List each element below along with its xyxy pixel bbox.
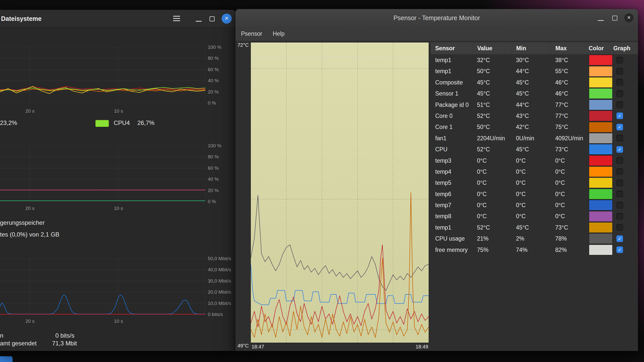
graph-checkbox[interactable]: ✓	[616, 146, 623, 153]
sensor-row[interactable]: free memory75%74%82%✓	[431, 244, 638, 255]
sensor-row[interactable]: CPU52°C45°C73°C✓	[431, 144, 638, 155]
axis-tick-label: 40,0 Mbit/s	[208, 267, 231, 273]
psensor-window-title: Psensor - Temperature Monitor	[235, 9, 638, 27]
minimize-icon[interactable]	[196, 21, 202, 22]
graph-checkbox[interactable]: ✓	[616, 112, 623, 119]
color-swatch	[589, 155, 613, 166]
temperature-max-label: 72°C	[237, 42, 249, 48]
memory-x-tick-20s: 20 s	[21, 206, 39, 211]
menu-help[interactable]: Help	[273, 27, 285, 41]
graph-checkbox[interactable]	[616, 202, 623, 209]
sensor-row[interactable]: CPU usage21%2%78%✓	[431, 233, 638, 244]
sensor-row[interactable]: temp132°C30°C38°C	[431, 55, 638, 66]
graph-checkbox[interactable]	[616, 179, 623, 186]
network-sent-value: 71,3 Mbit	[52, 340, 77, 347]
memory-y-axis: 100 %80 %60 %40 %20 %0 %	[208, 146, 235, 202]
time-end-label: 18:49	[416, 344, 428, 350]
cell-sensor: temp1	[431, 55, 472, 66]
close-icon[interactable]: ✕	[624, 13, 633, 22]
sensor-row[interactable]: temp40°C0°C0°C	[431, 166, 638, 177]
graph-checkbox[interactable]: ✓	[616, 235, 623, 242]
graph-checkbox[interactable]	[616, 135, 623, 142]
column-header-value[interactable]: Value	[472, 42, 511, 54]
cell-color	[588, 77, 613, 88]
graph-checkbox[interactable]	[616, 157, 623, 164]
sensor-row[interactable]: Core 052°C43°C77°C✓	[431, 110, 638, 121]
temperature-min-label: 49°C	[237, 343, 249, 349]
axis-tick-label: 40 %	[208, 78, 219, 83]
graph-checkbox[interactable]: ✓	[616, 246, 623, 253]
sensor-row[interactable]: Composite45°C45°C46°C	[431, 77, 638, 88]
graph-checkbox[interactable]	[616, 224, 623, 231]
cpu-x-tick-20s: 20 s	[21, 108, 39, 114]
sensor-row[interactable]: Package id 051°C44°C77°C	[431, 99, 638, 110]
cell-max: 0°C	[551, 166, 588, 177]
graph-checkbox[interactable]	[616, 57, 623, 64]
hamburger-menu-icon[interactable]	[173, 16, 180, 17]
graph-checkbox[interactable]	[616, 191, 623, 197]
menu-psensor[interactable]: Psensor	[241, 27, 262, 41]
cell-value: 2204U/min	[472, 133, 511, 144]
color-swatch	[589, 222, 613, 233]
cell-min: 43°C	[511, 110, 551, 121]
sensor-row[interactable]: temp30°C0°C0°C	[431, 155, 638, 166]
swap-usage-fragment: tes (0,0%) von 2,1 GB	[0, 231, 59, 238]
column-header-sensor[interactable]: Sensor	[431, 42, 472, 54]
cell-value: 0°C	[472, 189, 511, 200]
graph-checkbox[interactable]	[616, 90, 623, 97]
color-swatch	[589, 55, 613, 65]
cell-color	[588, 200, 613, 211]
sensor-row[interactable]: temp152°C45°C73°C	[431, 222, 638, 233]
cell-color	[588, 144, 613, 155]
cell-color	[588, 121, 613, 132]
graph-checkbox[interactable]	[616, 68, 623, 75]
graph-checkbox[interactable]	[616, 168, 623, 175]
cell-graph: ✓	[613, 144, 638, 155]
cell-sensor: temp3	[431, 155, 472, 166]
cell-min: 74%	[511, 244, 551, 255]
cell-min: 2%	[511, 233, 551, 244]
graph-checkbox[interactable]: ✓	[616, 124, 623, 130]
cell-max: 0°C	[551, 155, 588, 166]
sensor-row[interactable]: temp70°C0°C0°C	[431, 200, 638, 211]
cell-sensor: temp8	[431, 211, 472, 222]
cell-color	[588, 189, 613, 200]
maximize-icon[interactable]	[210, 16, 215, 21]
sensor-row[interactable]: temp80°C0°C0°C	[431, 211, 638, 222]
cell-graph	[613, 88, 638, 99]
sensor-row[interactable]: temp50°C0°C0°C	[431, 177, 638, 188]
sensor-table-header: Sensor Value Min Max Color Graph	[431, 42, 638, 55]
cell-graph: ✓	[613, 244, 638, 255]
color-swatch	[589, 166, 613, 177]
color-swatch	[589, 177, 613, 188]
close-icon[interactable]: ✕	[222, 14, 232, 24]
minimize-icon[interactable]	[598, 20, 604, 21]
cell-min: 0°C	[511, 200, 551, 211]
maximize-icon[interactable]	[612, 16, 617, 21]
cell-graph	[613, 99, 638, 110]
sensor-row[interactable]: fan12204U/min0U/min4092U/min	[431, 133, 638, 144]
axis-tick-label: 20,0 Mbit/s	[208, 289, 231, 295]
column-header-min[interactable]: Min	[511, 42, 551, 54]
graph-checkbox[interactable]	[616, 101, 623, 108]
sensor-row[interactable]: Sensor 145°C45°C46°C	[431, 88, 638, 99]
cell-max: 77°C	[551, 99, 588, 110]
network-y-axis: 50,0 Mbit/s40,0 Mbit/s30,0 Mbit/s20,0 Mb…	[208, 259, 235, 314]
sensor-row[interactable]: Core 150°C42°C75°C✓	[431, 121, 638, 132]
dock-item[interactable]	[0, 356, 13, 362]
graph-checkbox[interactable]	[616, 213, 623, 220]
cell-max: 75°C	[551, 121, 588, 132]
time-start-label: 18:47	[252, 344, 264, 350]
cell-value: 45°C	[472, 88, 511, 99]
network-history-chart	[0, 259, 205, 314]
sensor-row[interactable]: temp150°C44°C55°C	[431, 66, 638, 77]
cell-value: 0°C	[472, 166, 511, 177]
graph-checkbox[interactable]	[616, 79, 623, 86]
column-header-graph[interactable]: Graph	[613, 42, 638, 54]
cell-color	[588, 133, 613, 144]
color-swatch	[589, 111, 613, 121]
column-header-color[interactable]: Color	[588, 42, 613, 54]
cell-max: 73°C	[551, 144, 588, 155]
sensor-row[interactable]: temp60°C0°C0°C	[431, 189, 638, 200]
column-header-max[interactable]: Max	[551, 42, 588, 54]
